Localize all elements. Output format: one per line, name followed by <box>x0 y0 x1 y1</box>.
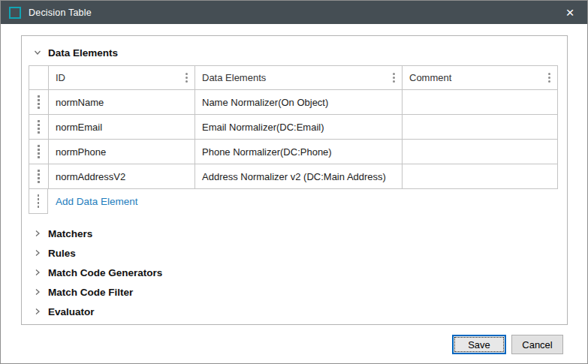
cell-data-element[interactable]: Email Normalizer(DC:Email) <box>195 115 403 139</box>
row-drag-handle[interactable] <box>29 140 49 164</box>
row-drag-handle[interactable] <box>29 164 49 188</box>
row-drag-handle[interactable] <box>29 90 49 114</box>
section-header-matchers[interactable]: Matchers <box>34 224 556 243</box>
close-icon: × <box>565 5 574 20</box>
row-drag-handle[interactable] <box>29 115 49 139</box>
section-header-data-elements[interactable]: Data Elements <box>34 45 556 60</box>
column-header-data-elements[interactable]: Data Elements <box>195 66 403 89</box>
titlebar[interactable]: Decision Table × <box>1 1 587 24</box>
table-row: normPhone Phone Normalizer(DC:Phone) <box>29 139 557 164</box>
column-menu-icon[interactable] <box>548 72 550 83</box>
section-label: Matchers <box>48 228 92 239</box>
section-label: Match Code Generators <box>48 267 162 278</box>
close-button[interactable]: × <box>553 1 587 24</box>
collapsed-sections: Matchers Rules Match Code Generators <box>34 224 556 321</box>
cell-data-element[interactable]: Phone Normalizer(DC:Phone) <box>195 140 403 164</box>
row-drag-handle <box>29 189 48 214</box>
cell-comment[interactable] <box>403 90 557 114</box>
section-label: Match Code Filter <box>48 287 133 298</box>
table-row: normAddressV2 Address Normalizer v2 (DC:… <box>29 164 557 188</box>
drag-handle-icon <box>38 144 40 159</box>
dialog-content: Data Elements ID Data Elements <box>1 24 587 363</box>
column-header-comment[interactable]: Comment <box>403 66 557 89</box>
add-data-element-row: Add Data Element <box>29 189 558 214</box>
column-header-id[interactable]: ID <box>49 66 195 89</box>
drag-handle-icon <box>38 95 40 110</box>
cell-comment[interactable] <box>403 164 557 188</box>
cell-data-element[interactable]: Name Normalizer(On Object) <box>195 90 403 114</box>
column-label: Comment <box>409 72 451 83</box>
cell-id[interactable]: normPhone <box>49 140 195 164</box>
table-row: normName Name Normalizer(On Object) <box>29 89 557 114</box>
add-data-element-link[interactable]: Add Data Element <box>48 189 138 214</box>
save-button[interactable]: Save <box>452 335 506 354</box>
cell-comment[interactable] <box>403 115 557 139</box>
column-menu-icon[interactable] <box>185 72 188 83</box>
cell-id[interactable]: normEmail <box>49 115 195 139</box>
table-header-row: ID Data Elements Comment <box>29 66 557 89</box>
cell-comment[interactable] <box>403 140 557 164</box>
section-header-match-code-generators[interactable]: Match Code Generators <box>34 263 556 282</box>
data-elements-table: ID Data Elements Comment <box>29 65 558 214</box>
chevron-right-icon <box>34 269 41 276</box>
chevron-down-icon <box>34 49 41 56</box>
chevron-right-icon <box>34 230 41 237</box>
cell-id[interactable]: normAddressV2 <box>49 164 195 188</box>
window-title: Decision Table <box>29 8 92 18</box>
column-label: ID <box>56 72 65 83</box>
app-icon <box>9 7 21 19</box>
section-label: Evaluator <box>48 306 95 317</box>
cell-id[interactable]: normName <box>49 90 195 114</box>
cell-data-element[interactable]: Address Normalizer v2 (DC:Main Address) <box>195 164 403 188</box>
chevron-right-icon <box>34 308 41 315</box>
section-label: Rules <box>48 248 76 259</box>
decision-table-dialog: Decision Table × Data Elements ID <box>0 0 588 364</box>
handle-header-cell <box>29 66 49 89</box>
section-label: Data Elements <box>48 47 118 59</box>
chevron-right-icon <box>34 288 41 296</box>
section-header-rules[interactable]: Rules <box>34 243 556 263</box>
table-row: normEmail Email Normalizer(DC:Email) <box>29 114 557 139</box>
sections-panel: Data Elements ID Data Elements <box>21 35 568 325</box>
section-header-match-code-filter[interactable]: Match Code Filter <box>34 282 556 302</box>
chevron-right-icon <box>34 249 41 257</box>
column-label: Data Elements <box>202 72 266 83</box>
cancel-button[interactable]: Cancel <box>511 335 563 354</box>
drag-handle-icon <box>38 194 40 209</box>
column-menu-icon[interactable] <box>393 72 395 83</box>
section-header-evaluator[interactable]: Evaluator <box>34 302 556 321</box>
drag-handle-icon <box>38 119 40 134</box>
drag-handle-icon <box>38 169 40 184</box>
